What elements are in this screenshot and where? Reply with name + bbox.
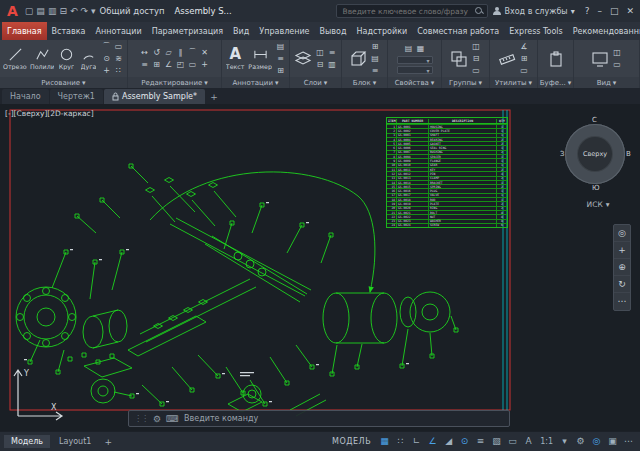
paste-icon[interactable] [547, 50, 565, 68]
ribbon-tab-manage[interactable]: Управление [254, 22, 314, 40]
command-line-grip[interactable]: ⋮⋮ [134, 414, 148, 423]
block-tool-icon[interactable]: ⊞ [370, 41, 381, 52]
properties-tool-icon[interactable]: ▤ [403, 43, 414, 54]
nav-tool-icon[interactable]: ↻ [614, 276, 630, 293]
lineweight-icon[interactable]: ≡ [473, 434, 488, 449]
groups-tool-icon[interactable]: ◫ [471, 41, 482, 52]
ucs-dropdown-button[interactable]: ИСК ▾ [576, 198, 620, 211]
utilities-panel-label[interactable]: Утилиты ▾ [490, 77, 537, 88]
undo-icon[interactable]: ↶ [70, 6, 78, 16]
nav-tool-icon[interactable]: ⋯ [614, 293, 630, 310]
minimize-button[interactable]: – [597, 6, 602, 16]
draw-tool-icon[interactable]: ▭ [113, 41, 124, 52]
block-icon[interactable] [349, 50, 367, 68]
sign-in-button[interactable]: Вход в службы ▾ [492, 7, 574, 16]
circle-tool-button[interactable]: Круг [57, 47, 76, 70]
modify-tool-icon[interactable]: ✕ [199, 47, 210, 58]
modify-tool-icon[interactable]: + [199, 59, 210, 70]
ribbon-tab-collaborate[interactable]: Совместная работа [412, 22, 504, 40]
layers-tool-icon[interactable]: ≡ [327, 47, 338, 58]
line-tool-button[interactable]: Отрезок [3, 47, 27, 70]
assembly-drawing[interactable] [0, 104, 640, 431]
annotation-panel-label[interactable]: Аннотации ▾ [222, 77, 289, 88]
drawing-canvas[interactable]: [-][Сверху][2D-каркас] ITEM PART NUMBER … [0, 104, 640, 431]
share-button[interactable]: Общий доступ [100, 6, 165, 16]
layers-tool-icon[interactable]: ⊟ [315, 59, 326, 70]
app-logo[interactable]: A [4, 1, 21, 21]
modify-tool-icon[interactable]: ▭ [187, 59, 198, 70]
clean-screen-icon[interactable]: ▣ [605, 434, 620, 449]
groups-icon[interactable] [450, 50, 468, 68]
viewcube-north[interactable]: С [592, 116, 597, 124]
file-tab-start[interactable]: Начало [2, 89, 49, 104]
workspace-gear-icon[interactable]: ⚙ [573, 434, 588, 449]
properties-tool-icon[interactable]: ▦ [415, 43, 426, 54]
ribbon-tab-annotate[interactable]: Аннотации [90, 22, 146, 40]
modify-tool-icon[interactable]: ↔ [139, 47, 150, 58]
groups-panel-label[interactable]: Группы ▾ [442, 77, 489, 88]
view-tool-icon[interactable]: ◫ [612, 47, 623, 58]
ribbon-tab-home[interactable]: Главная [2, 22, 47, 40]
annotation-tool-icon[interactable]: ≡ [275, 53, 286, 64]
annotation-tool-icon[interactable]: ⊞ [275, 65, 286, 76]
open-icon[interactable]: ▤ [36, 6, 45, 16]
block-tool-icon[interactable]: ▤ [370, 53, 381, 64]
command-customize-icon[interactable]: ⚙ [153, 414, 161, 424]
redo-icon[interactable]: ↷ [80, 6, 88, 16]
nav-tool-icon[interactable]: ◎ [614, 225, 630, 242]
arc-tool-button[interactable]: Дуга [79, 47, 98, 70]
modify-tool-icon[interactable]: ∥ [175, 47, 186, 58]
maximize-button[interactable]: □ [610, 6, 619, 16]
ribbon-tab-addins[interactable]: Надстройки [351, 22, 412, 40]
modify-tool-icon[interactable]: ∠ [163, 59, 174, 70]
viewcube-south[interactable]: Ю [592, 184, 600, 192]
draw-panel-label[interactable]: Рисование ▾ [0, 77, 127, 88]
block-tool-icon[interactable]: ≡ [370, 65, 381, 76]
layers-panel-label[interactable]: Слои ▾ [290, 77, 341, 88]
modify-tool-icon[interactable]: ↺ [151, 47, 162, 58]
search-input[interactable] [340, 6, 472, 17]
text-tool-button[interactable]: A Текст [225, 47, 245, 70]
command-prompt[interactable]: Введите команду [184, 414, 258, 423]
measure-icon[interactable] [498, 50, 516, 68]
selection-cycling-icon[interactable]: ▭ [505, 434, 520, 449]
file-tab-drawing1[interactable]: Чертеж1 [50, 89, 103, 104]
view-tool-icon[interactable]: ▭ [612, 59, 623, 70]
draw-tool-icon[interactable]: ⌒ [101, 41, 112, 52]
draw-tool-icon[interactable]: ≋ [113, 53, 124, 64]
properties-panel-label[interactable]: Свойства ▾ [388, 77, 441, 88]
new-drawing-tab-button[interactable]: + [206, 89, 222, 104]
modify-tool-icon[interactable]: ≡ [139, 59, 150, 70]
customize-menu-icon[interactable]: ⋯ [621, 434, 636, 449]
modify-tool-icon[interactable]: ▱ [163, 47, 174, 58]
model-space-label[interactable]: МОДЕЛЬ [332, 437, 371, 446]
modify-tool-icon[interactable]: ⌒ [187, 47, 198, 58]
close-button[interactable]: ✕ [626, 6, 634, 16]
help-search[interactable] [336, 4, 488, 18]
snap-toggle-icon[interactable]: ∷ [393, 434, 408, 449]
layers-tool-icon[interactable]: ◫ [315, 47, 326, 58]
nav-tool-icon[interactable]: + [614, 242, 630, 259]
grid-toggle-icon[interactable]: ▦ [377, 434, 392, 449]
plot-icon[interactable]: ⊟ [59, 6, 67, 16]
object-snap-icon[interactable]: ⊙ [457, 434, 472, 449]
annotation-tool-icon[interactable]: ▤ [275, 41, 286, 52]
linetype-dropdown[interactable]: ▾ [397, 66, 433, 74]
block-panel-label[interactable]: Блок ▾ [342, 77, 387, 88]
help-icon[interactable]: ? [585, 6, 590, 16]
new-icon[interactable]: ▢ [25, 6, 34, 16]
ribbon-tab-parametric[interactable]: Параметризация [147, 22, 228, 40]
draw-tool-icon[interactable]: + [101, 65, 112, 76]
dimension-tool-button[interactable]: Размер [248, 47, 272, 70]
utilities-tool-icon[interactable]: ▭ [519, 65, 530, 76]
annotation-monitor-icon[interactable]: ◎ [589, 434, 604, 449]
ribbon-tab-insert[interactable]: Вставка [47, 22, 91, 40]
view-panel-label[interactable]: Вид ▾ [574, 77, 639, 88]
file-tab-assembly-sample[interactable]: Assembly Sample* [104, 89, 205, 104]
ortho-toggle-icon[interactable]: ∟ [409, 434, 424, 449]
modify-tool-icon[interactable]: ◰ [175, 59, 186, 70]
add-layout-button[interactable]: + [100, 437, 116, 447]
view-icon[interactable] [591, 50, 609, 68]
viewcube-face[interactable]: Сверху [578, 137, 612, 171]
modify-tool-icon[interactable]: ⊞ [151, 59, 162, 70]
